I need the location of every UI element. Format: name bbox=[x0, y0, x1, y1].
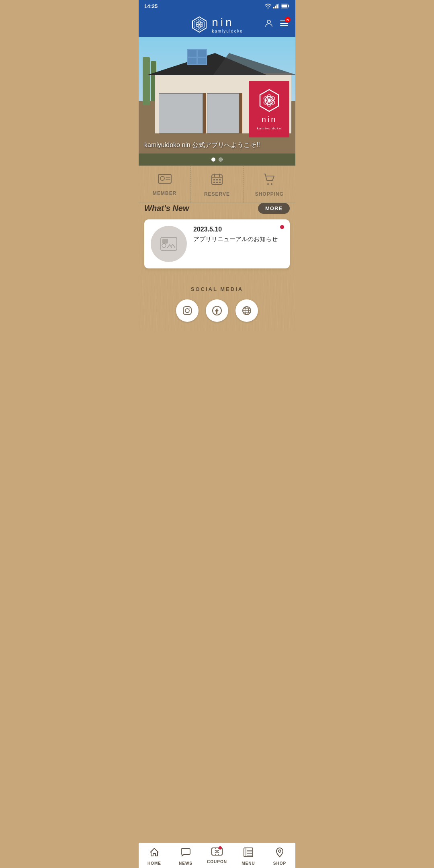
news-unread-dot bbox=[280, 225, 284, 229]
website-button[interactable] bbox=[235, 299, 258, 322]
whats-new-section: What's New MORE 2023.5.10 アプリリニューアルのお知らせ bbox=[139, 203, 295, 275]
carousel-dot-2[interactable] bbox=[219, 158, 223, 162]
facebook-button[interactable] bbox=[206, 299, 228, 322]
svg-rect-40 bbox=[219, 179, 221, 180]
svg-rect-47 bbox=[162, 239, 168, 244]
svg-point-50 bbox=[185, 309, 189, 313]
battery-icon bbox=[281, 4, 290, 8]
svg-rect-42 bbox=[216, 182, 218, 183]
menu-notification-badge: N bbox=[285, 17, 291, 23]
whats-new-title: What's New bbox=[144, 204, 189, 213]
hero-image: nin kamiyuidoko kamiyuidoko nin 公式アプリへよう… bbox=[139, 37, 295, 154]
news-card[interactable]: 2023.5.10 アプリリニューアルのお知らせ bbox=[144, 219, 290, 268]
svg-point-44 bbox=[267, 183, 269, 185]
reserve-icon bbox=[211, 173, 223, 188]
svg-rect-2 bbox=[276, 4, 278, 8]
header-actions: N bbox=[264, 18, 289, 31]
svg-point-45 bbox=[271, 183, 272, 185]
svg-rect-1 bbox=[275, 6, 276, 8]
news-thumbnail bbox=[151, 226, 187, 262]
svg-point-48 bbox=[162, 244, 166, 248]
svg-point-51 bbox=[189, 307, 190, 308]
status-bar: 14:25 bbox=[139, 0, 295, 12]
nav-reserve[interactable]: RESERVE bbox=[191, 166, 243, 203]
banner-logo-hex bbox=[257, 88, 281, 113]
svg-rect-0 bbox=[273, 7, 274, 8]
signal-icon bbox=[273, 4, 279, 8]
svg-rect-3 bbox=[278, 4, 279, 8]
svg-rect-6 bbox=[282, 5, 287, 8]
member-card-icon bbox=[158, 173, 172, 184]
hero-section: nin kamiyuidoko kamiyuidoko nin 公式アプリへよう… bbox=[139, 37, 295, 166]
social-section: SOCIAL MEDIA bbox=[139, 275, 295, 332]
social-title: SOCIAL MEDIA bbox=[139, 286, 295, 292]
nav-shopping-label: SHOPPING bbox=[255, 191, 284, 197]
logo-hex-icon bbox=[191, 16, 208, 33]
svg-point-17 bbox=[267, 20, 270, 23]
svg-point-16 bbox=[199, 24, 201, 26]
news-date: 2023.5.10 bbox=[193, 226, 283, 233]
svg-rect-39 bbox=[216, 179, 218, 180]
quick-nav: MEMBER RESERVE bbox=[139, 166, 295, 203]
svg-rect-41 bbox=[213, 182, 215, 183]
instagram-button[interactable] bbox=[176, 299, 199, 322]
person-icon bbox=[264, 18, 274, 28]
profile-button[interactable] bbox=[264, 18, 274, 31]
svg-rect-5 bbox=[289, 5, 289, 7]
news-text: アプリリニューアルのお知らせ bbox=[193, 235, 283, 243]
menu-button[interactable]: N bbox=[279, 18, 289, 31]
app-header: nin kamiyuidoko N bbox=[139, 12, 295, 37]
status-icons bbox=[265, 4, 290, 8]
cart-icon bbox=[263, 173, 276, 185]
svg-rect-38 bbox=[213, 179, 215, 180]
more-button[interactable]: MORE bbox=[258, 203, 290, 214]
member-icon bbox=[158, 173, 172, 187]
svg-rect-43 bbox=[219, 182, 221, 183]
logo-subtitle: kamiyuidoko bbox=[212, 29, 243, 33]
hero-carousel-dots bbox=[139, 154, 295, 166]
svg-point-29 bbox=[268, 99, 271, 102]
wifi-icon bbox=[265, 4, 271, 8]
news-content: 2023.5.10 アプリリニューアルのお知らせ bbox=[193, 226, 283, 243]
logo: nin kamiyuidoko bbox=[191, 16, 243, 33]
hero-caption: kamiyuidoko nin 公式アプリへようこそ!! bbox=[144, 141, 260, 149]
shopping-icon bbox=[263, 173, 276, 188]
nav-reserve-label: RESERVE bbox=[204, 191, 230, 197]
whats-new-header: What's New MORE bbox=[144, 203, 290, 214]
nav-shopping[interactable]: SHOPPING bbox=[244, 166, 295, 203]
nav-member-label: MEMBER bbox=[153, 190, 176, 196]
globe-icon bbox=[242, 305, 252, 316]
nav-member[interactable]: MEMBER bbox=[139, 166, 191, 203]
carousel-dot-1[interactable] bbox=[211, 158, 215, 162]
calendar-icon bbox=[211, 173, 223, 185]
image-placeholder-icon bbox=[160, 237, 178, 251]
social-icons-row bbox=[139, 299, 295, 322]
logo-text-group: nin kamiyuidoko bbox=[212, 16, 243, 33]
status-time: 14:25 bbox=[144, 3, 158, 9]
instagram-icon bbox=[182, 305, 192, 316]
facebook-icon bbox=[212, 305, 222, 316]
svg-point-31 bbox=[160, 176, 164, 180]
logo-name: nin bbox=[212, 16, 234, 29]
